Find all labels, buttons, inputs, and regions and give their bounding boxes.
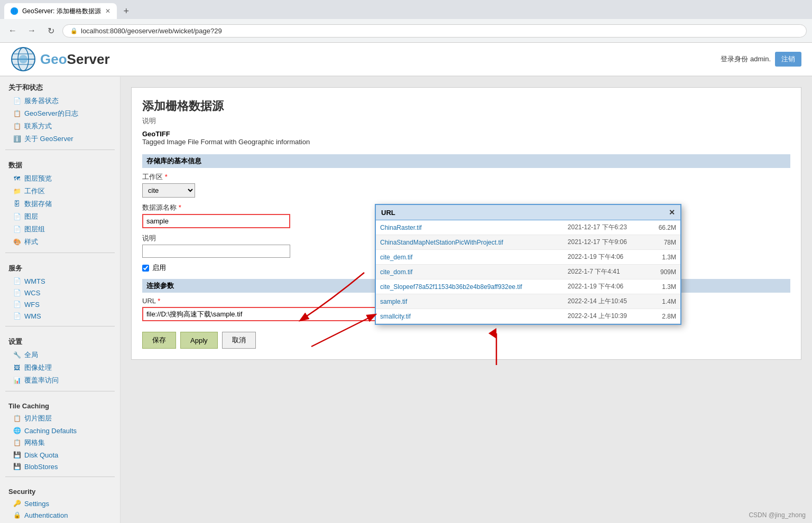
format-desc: Tagged Image File Format with Geographic… (142, 138, 790, 146)
file-row[interactable]: cite_dem.tif 2022-1-19 下午4:06 1.3M (376, 250, 680, 265)
enabled-label: 启用 (152, 263, 166, 273)
sidebar-item-authentication[interactable]: 🔒 Authentication (0, 509, 120, 521)
sidebar-item-global[interactable]: 🔧 全局 (0, 349, 120, 361)
refresh-button[interactable]: ↻ (43, 23, 58, 38)
sidebar-section-tile-caching: Tile Caching (0, 396, 120, 412)
file-size: 1.4M (648, 294, 680, 309)
sidebar-item-datastores[interactable]: 🗄 数据存储 (0, 198, 120, 210)
datasource-input[interactable] (142, 214, 290, 228)
file-table: ChinaRaster.tif 2021-12-17 下午6:23 66.2M … (376, 220, 680, 324)
save-button[interactable]: 保存 (142, 332, 176, 349)
content-panel: 添加栅格数据源 说明 GeoTIFF Tagged Image File For… (131, 87, 801, 360)
contact-icon: 📋 (13, 122, 21, 130)
active-tab[interactable]: 🌐 GeoServer: 添加栅格数据源 ✕ (4, 3, 117, 19)
store-section-heading: 存储库的基本信息 (142, 154, 790, 168)
popup-close-button[interactable]: ✕ (669, 208, 675, 217)
sidebar-item-about[interactable]: ℹ️ 关于 GeoServer (0, 133, 120, 145)
logout-button[interactable]: 注销 (775, 52, 801, 67)
sidebar-item-server-status[interactable]: 📄 服务器状态 (0, 95, 120, 107)
sidebar-item-layers[interactable]: 📄 图层 (0, 210, 120, 223)
header-right: 登录身份 admin. 注销 (721, 52, 801, 67)
content-area: 添加栅格数据源 说明 GeoTIFF Tagged Image File For… (121, 77, 812, 523)
file-name[interactable]: smallcity.tif (376, 309, 564, 324)
sidebar-item-layer-preview[interactable]: 🗺 图层预览 (0, 172, 120, 185)
sidebar-item-image-processing[interactable]: 🖼 图像处理 (0, 361, 120, 374)
description-input[interactable] (142, 245, 290, 258)
sidebar-item-blobstores[interactable]: 💾 BlobStores (0, 461, 120, 472)
forward-button[interactable]: → (24, 23, 39, 38)
browser-tabs: 🌐 GeoServer: 添加栅格数据源 ✕ + (0, 0, 812, 19)
workspace-select[interactable]: cite (142, 183, 195, 198)
divider-1 (5, 150, 115, 150)
page-title: 添加栅格数据源 (142, 98, 790, 114)
logo-globe-icon (11, 46, 36, 72)
sidebar-item-styles[interactable]: 🎨 样式 (0, 236, 120, 248)
popup-title: URL (381, 209, 395, 217)
address-bar[interactable]: 🔒 localhost:8080/geoserver/web/wicket/pa… (62, 24, 807, 38)
sidebar-item-wmts[interactable]: 📄 WMTS (0, 275, 120, 287)
layer-preview-icon: 🗺 (13, 174, 21, 183)
sidebar-section-about: 关于和状态 (0, 77, 120, 95)
sidebar-item-workspaces[interactable]: 📁 工作区 (0, 185, 120, 198)
enabled-checkbox[interactable] (142, 265, 149, 272)
apply-button[interactable]: Apply (180, 332, 218, 349)
sidebar-item-wms[interactable]: 📄 WMS (0, 310, 120, 322)
sidebar-item-coverage-access[interactable]: 📊 覆盖率访问 (0, 374, 120, 387)
file-name[interactable]: cite_dom.tif (376, 265, 564, 279)
wcs-icon: 📄 (13, 288, 21, 297)
file-row[interactable]: ChinaStandMapNetStationPicWithProject.ti… (376, 235, 680, 250)
sidebar-item-wcs[interactable]: 📄 WCS (0, 287, 120, 298)
cancel-button[interactable]: 取消 (222, 332, 256, 349)
tile-layers-icon: 📋 (13, 414, 21, 423)
new-tab-button[interactable]: + (119, 4, 134, 18)
file-date: 2022-1-7 下午4:41 (564, 265, 648, 279)
file-size: 66.2M (648, 220, 680, 235)
file-name[interactable]: ChinaStandMapNetStationPicWithProject.ti… (376, 235, 564, 250)
file-browser-popup: URL ✕ ChinaRaster.tif 2021-12-17 下午6:23 … (375, 204, 681, 325)
file-size: 2.8M (648, 309, 680, 324)
divider-4 (5, 391, 115, 391)
sidebar-item-disk-quota[interactable]: 💾 Disk Quota (0, 449, 120, 461)
back-button[interactable]: ← (5, 23, 20, 38)
file-date: 2022-1-19 下午4:06 (564, 250, 648, 265)
gridsets-icon: 📋 (13, 438, 21, 447)
server-status-icon: 📄 (13, 97, 21, 105)
sidebar-item-gridsets[interactable]: 📋 网格集 (0, 436, 120, 449)
file-name[interactable]: sample.tif (376, 294, 564, 309)
sidebar-item-passwords[interactable]: 🔒 Passwords (0, 521, 120, 523)
sidebar-item-caching-defaults[interactable]: 🌐 Caching Defaults (0, 425, 120, 436)
description-label: 说明 (142, 116, 790, 126)
browser-chrome: 🌐 GeoServer: 添加栅格数据源 ✕ + ← → ↻ 🔒 localho… (0, 0, 812, 43)
file-name[interactable]: cite_Slopeef78a52f11534b36b2e4b8e9aff932… (376, 279, 564, 294)
sidebar: 关于和状态 📄 服务器状态 📋 GeoServer的日志 📋 联系方式 ℹ️ 关… (0, 77, 121, 523)
site-header: GeoServer 登录身份 admin. 注销 (0, 43, 812, 77)
tab-close-button[interactable]: ✕ (105, 7, 110, 15)
logo-area: GeoServer (11, 46, 110, 72)
browser-toolbar: ← → ↻ 🔒 localhost:8080/geoserver/web/wic… (0, 19, 812, 42)
sidebar-item-contact[interactable]: 📋 联系方式 (0, 120, 120, 133)
blobstores-icon: 💾 (13, 462, 21, 471)
file-row[interactable]: smallcity.tif 2022-2-14 上午10:39 2.8M (376, 309, 680, 324)
file-row[interactable]: sample.tif 2022-2-14 上午10:45 1.4M (376, 294, 680, 309)
main-layout: 关于和状态 📄 服务器状态 📋 GeoServer的日志 📋 联系方式 ℹ️ 关… (0, 77, 812, 523)
sidebar-item-tile-layers[interactable]: 📋 切片图层 (0, 412, 120, 425)
file-row[interactable]: ChinaRaster.tif 2021-12-17 下午6:23 66.2M (376, 220, 680, 235)
file-row[interactable]: cite_Slopeef78a52f11534b36b2e4b8e9aff932… (376, 279, 680, 294)
authentication-icon: 🔒 (13, 511, 21, 519)
sidebar-item-security-settings[interactable]: 🔑 Settings (0, 498, 120, 509)
file-date: 2022-1-19 下午4:06 (564, 279, 648, 294)
logo-text: GeoServer (40, 51, 110, 68)
login-status: 登录身份 admin. (721, 54, 771, 64)
url-text: localhost:8080/geoserver/web/wicket/page… (81, 27, 222, 35)
sidebar-item-wfs[interactable]: 📄 WFS (0, 298, 120, 310)
security-settings-icon: 🔑 (13, 499, 21, 508)
file-row[interactable]: cite_dom.tif 2022-1-7 下午4:41 909M (376, 265, 680, 279)
sidebar-item-layer-groups[interactable]: 📄 图层组 (0, 223, 120, 236)
format-name: GeoTIFF (142, 130, 790, 138)
popup-content: ChinaRaster.tif 2021-12-17 下午6:23 66.2M … (376, 220, 680, 324)
file-name[interactable]: ChinaRaster.tif (376, 220, 564, 235)
wmts-icon: 📄 (13, 277, 21, 285)
sidebar-item-logs[interactable]: 📋 GeoServer的日志 (0, 107, 120, 120)
file-date: 2022-2-14 上午10:39 (564, 309, 648, 324)
file-name[interactable]: cite_dem.tif (376, 250, 564, 265)
